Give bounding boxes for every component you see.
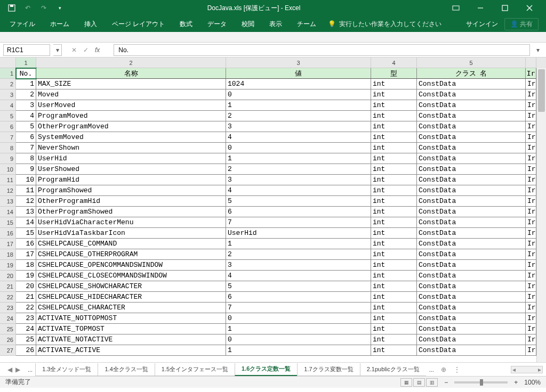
data-cell[interactable]: 5: [226, 281, 371, 292]
row-header[interactable]: 21: [0, 281, 16, 292]
data-cell[interactable]: int: [371, 228, 417, 239]
tab-view[interactable]: 表示: [262, 16, 290, 32]
data-cell[interactable]: 7: [226, 217, 371, 228]
vertical-scrollbar[interactable]: [536, 68, 546, 362]
tell-me-search[interactable]: 💡 実行したい作業を入力してください: [328, 20, 441, 29]
row-header[interactable]: 18: [0, 249, 16, 260]
data-cell[interactable]: 5: [226, 196, 371, 207]
data-cell[interactable]: Ir: [526, 111, 536, 121]
sheet-tab-overflow[interactable]: ...: [25, 363, 36, 376]
row-header[interactable]: 3: [0, 89, 16, 100]
row-header[interactable]: 10: [0, 164, 16, 175]
data-cell[interactable]: CSHELPCAUSE_CLOSECOMMANDSWINDOW: [36, 271, 226, 281]
data-cell[interactable]: int: [371, 249, 417, 260]
row-header[interactable]: 14: [0, 207, 16, 217]
col-header[interactable]: 5: [417, 58, 526, 68]
row-header[interactable]: 22: [0, 292, 16, 303]
data-cell[interactable]: 25: [16, 334, 36, 345]
data-cell[interactable]: ConstData: [417, 313, 526, 324]
data-cell[interactable]: Ir: [526, 143, 536, 153]
col-header[interactable]: 4: [371, 58, 417, 68]
data-cell[interactable]: 4: [226, 132, 371, 143]
data-cell[interactable]: Ir: [526, 239, 536, 249]
row-header[interactable]: 5: [0, 111, 16, 121]
data-cell[interactable]: 0: [226, 313, 371, 324]
sheet-tab[interactable]: 1.7クラス変数一覧: [297, 363, 360, 376]
data-cell[interactable]: int: [371, 260, 417, 271]
data-cell[interactable]: ProgramHid: [36, 175, 226, 185]
data-cell[interactable]: UserHid: [226, 228, 371, 239]
tab-insert[interactable]: 挿入: [77, 16, 105, 32]
data-cell[interactable]: ConstData: [417, 121, 526, 132]
data-cell[interactable]: int: [371, 313, 417, 324]
data-cell[interactable]: SystemMoved: [36, 132, 226, 143]
data-cell[interactable]: Ir: [526, 153, 536, 164]
data-cell[interactable]: 15: [16, 228, 36, 239]
data-cell[interactable]: UserHidViaCharacterMenu: [36, 217, 226, 228]
zoom-in-button[interactable]: +: [514, 379, 518, 386]
data-cell[interactable]: int: [371, 175, 417, 185]
data-cell[interactable]: int: [371, 281, 417, 292]
data-cell[interactable]: Ir: [526, 292, 536, 303]
data-cell[interactable]: Ir: [526, 100, 536, 111]
row-header[interactable]: 12: [0, 185, 16, 196]
name-box[interactable]: R1C1: [3, 44, 50, 56]
data-cell[interactable]: 3: [226, 175, 371, 185]
data-cell[interactable]: ConstData: [417, 164, 526, 175]
data-cell[interactable]: 3: [226, 260, 371, 271]
fx-icon[interactable]: fx: [95, 46, 100, 54]
data-cell[interactable]: 26: [16, 345, 36, 356]
row-header[interactable]: 9: [0, 153, 16, 164]
data-cell[interactable]: 19: [16, 271, 36, 281]
data-cell[interactable]: int: [371, 143, 417, 153]
data-cell[interactable]: UserHid: [36, 153, 226, 164]
data-cell[interactable]: Ir: [526, 175, 536, 185]
zoom-out-button[interactable]: −: [444, 379, 448, 386]
data-cell[interactable]: Ir: [526, 345, 536, 356]
data-cell[interactable]: ProgramMoved: [36, 111, 226, 121]
view-pagelayout-icon[interactable]: ▤: [413, 378, 425, 387]
add-sheet-button[interactable]: ⊕: [437, 366, 451, 373]
data-cell[interactable]: int: [371, 239, 417, 249]
row-header[interactable]: 25: [0, 324, 16, 334]
row-header[interactable]: 23: [0, 303, 16, 313]
maximize-button[interactable]: [493, 0, 517, 16]
view-normal-icon[interactable]: ▦: [400, 378, 412, 387]
tab-nav-prev-icon[interactable]: ◀: [7, 366, 12, 373]
data-cell[interactable]: ConstData: [417, 153, 526, 164]
data-cell[interactable]: 0: [226, 89, 371, 100]
row-header[interactable]: 4: [0, 100, 16, 111]
data-cell[interactable]: int: [371, 334, 417, 345]
data-cell[interactable]: 5: [16, 121, 36, 132]
data-cell[interactable]: 12: [16, 196, 36, 207]
zoom-thumb[interactable]: [480, 379, 483, 386]
data-cell[interactable]: int: [371, 89, 417, 100]
data-cell[interactable]: 3: [16, 100, 36, 111]
data-cell[interactable]: 4: [226, 271, 371, 281]
data-cell[interactable]: int: [371, 196, 417, 207]
data-cell[interactable]: ConstData: [417, 185, 526, 196]
scroll-right-icon[interactable]: ▸: [538, 366, 541, 373]
data-cell[interactable]: Moved: [36, 89, 226, 100]
data-cell[interactable]: int: [371, 79, 417, 89]
formula-expand-icon[interactable]: ▾: [533, 46, 543, 54]
row-header[interactable]: 19: [0, 260, 16, 271]
data-cell[interactable]: 6: [226, 292, 371, 303]
data-cell[interactable]: CSHELPCAUSE_OPENCOMMANDSWINDOW: [36, 260, 226, 271]
data-cell[interactable]: NeverShown: [36, 143, 226, 153]
data-cell[interactable]: ConstData: [417, 111, 526, 121]
row-header[interactable]: 13: [0, 196, 16, 207]
data-cell[interactable]: 0: [226, 143, 371, 153]
sheet-tab[interactable]: 2.1publicクラス一覧: [360, 363, 427, 376]
col-header[interactable]: 3: [226, 58, 371, 68]
ribbon-display-icon[interactable]: [444, 0, 468, 16]
zoom-slider[interactable]: [454, 381, 508, 383]
row-header[interactable]: 20: [0, 271, 16, 281]
data-cell[interactable]: 21: [16, 292, 36, 303]
qat-more-icon[interactable]: ▾: [55, 4, 64, 12]
undo-icon[interactable]: ↶: [23, 4, 32, 12]
data-cell[interactable]: 11: [16, 185, 36, 196]
data-cell[interactable]: 7: [226, 303, 371, 313]
row-header[interactable]: 26: [0, 334, 16, 345]
data-cell[interactable]: int: [371, 217, 417, 228]
